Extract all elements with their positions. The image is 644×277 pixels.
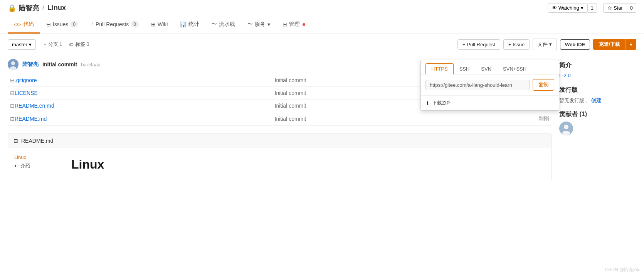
branch-count-label[interactable]: 分支 1 <box>48 41 62 48</box>
tab-wiki[interactable]: ⊞ Wiki <box>145 17 174 33</box>
clone-tab-https[interactable]: HTTPS <box>425 63 454 74</box>
services-icon: 〜 <box>247 21 253 28</box>
repo-name[interactable]: Linux <box>47 4 66 12</box>
tab-issues[interactable]: ⊟ Issues 0 <box>40 17 84 33</box>
repo-title: 🔒 陆智亮 / Linux <box>8 3 66 13</box>
no-release-text: 暂无发行版， <box>559 98 589 103</box>
file-icon: ⊟ <box>10 116 15 122</box>
watch-button[interactable]: 👁 Watching ▾ <box>548 3 588 13</box>
file-name[interactable]: LICENSE <box>15 90 38 96</box>
top-actions: 👁 Watching ▾ 1 ☆ Star 0 <box>548 3 636 13</box>
issues-icon: ⊟ <box>46 21 51 27</box>
intro-section: 简介 L-2.0 <box>559 61 636 78</box>
pipeline-icon: 〜 <box>212 21 217 28</box>
clone-button[interactable]: 克隆/下载 <box>593 39 626 50</box>
tab-pipeline-label: 流水线 <box>219 21 235 28</box>
branch-name: master <box>12 42 27 47</box>
author-avatar <box>8 59 18 70</box>
copy-button[interactable]: 复制 <box>533 79 554 91</box>
issue-button[interactable]: + Issue <box>503 39 530 50</box>
slash: / <box>42 4 44 12</box>
top-header: 🔒 陆智亮 / Linux 👁 Watching ▾ 1 ☆ Star 0 <box>0 0 644 16</box>
create-release-link[interactable]: 创建 <box>591 97 602 103</box>
contributors-section: 贡献者 (1) <box>559 110 636 137</box>
admin-icon: ⊟ <box>282 21 287 27</box>
pull-request-button[interactable]: + Pull Request <box>457 39 500 50</box>
branch-fork-icon: ⑃ <box>44 42 47 47</box>
readme-main-title: Linux <box>71 157 542 172</box>
clone-tab-svnssh[interactable]: SVN+SSH <box>497 63 532 74</box>
tab-services[interactable]: 〜 服务 ▾ <box>241 16 276 34</box>
tag-count-label[interactable]: 标签 0 <box>75 41 89 48</box>
clone-url-row: 复制 <box>421 74 559 95</box>
file-name[interactable]: .gitignore <box>15 77 37 83</box>
svg-point-5 <box>562 131 570 135</box>
download-icon: ⬇ <box>425 100 430 106</box>
clone-url-input[interactable] <box>425 80 530 90</box>
clone-tab-svn[interactable]: SVN <box>475 63 497 74</box>
star-count[interactable]: 0 <box>627 3 636 13</box>
file-commit: Initial commit <box>272 112 468 126</box>
branch-selector[interactable]: master ▾ <box>8 39 36 50</box>
tag-count: 🏷 标签 0 <box>69 41 89 48</box>
contributor-avatar[interactable] <box>559 122 573 135</box>
file-icon: ⊟ <box>10 103 15 109</box>
file-label: 文件 <box>538 41 548 47</box>
releases-section: 发行版 暂无发行版， 创建 <box>559 86 636 104</box>
tab-stats-label: 统计 <box>188 21 199 28</box>
user-name[interactable]: 陆智亮 <box>18 3 39 13</box>
tag-icon: 🏷 <box>69 42 74 47</box>
dropdown-arrow-icon: ▾ <box>581 5 583 11</box>
tab-pull-requests[interactable]: ⑃ Pull Requests 0 <box>84 17 145 33</box>
tab-stats[interactable]: 📊 统计 <box>174 16 205 34</box>
file-icon: ⊟ <box>10 90 15 96</box>
tab-code[interactable]: </> 代码 <box>8 16 40 34</box>
download-zip-btn[interactable]: ⬇ 下载ZIP <box>421 95 559 110</box>
tab-pr-label: Pull Requests <box>96 21 129 27</box>
readme-toc: Linux 介绍 <box>8 148 62 181</box>
star-icon: ☆ <box>607 5 612 11</box>
tab-services-label: 服务 <box>255 21 266 28</box>
branch-dropdown-icon: ▾ <box>29 42 32 47</box>
nav-tabs: </> 代码 ⊟ Issues 0 ⑃ Pull Requests 0 ⊞ Wi… <box>0 16 644 34</box>
clone-tab-ssh[interactable]: SSH <box>454 63 476 74</box>
tab-pipeline[interactable]: 〜 流水线 <box>205 16 241 34</box>
toc-item-intro[interactable]: 介绍 <box>20 162 55 169</box>
download-zip-label: 下载ZIP <box>432 100 450 106</box>
star-button[interactable]: ☆ Star <box>603 3 627 13</box>
web-ide-button[interactable]: Web IDE <box>560 39 590 50</box>
star-group: ☆ Star 0 <box>600 3 636 13</box>
branch-info: ⑃ 分支 1 🏷 标签 0 <box>44 41 89 48</box>
sidebar: 简介 L-2.0 发行版 暂无发行版， 创建 贡献者 (1) <box>559 55 636 181</box>
file-button[interactable]: 文件 ▾ <box>533 39 557 50</box>
pr-badge: 0 <box>131 21 139 27</box>
tab-admin[interactable]: ⊟ 管理 <box>276 16 311 34</box>
tab-wiki-label: Wiki <box>158 21 168 27</box>
commit-author[interactable]: 陆智亮 <box>22 61 39 68</box>
star-label: Star <box>614 5 623 11</box>
tab-code-label: 代码 <box>23 21 34 28</box>
clone-dropdown-button[interactable]: ▾ <box>626 39 636 50</box>
watch-count[interactable]: 1 <box>588 3 597 13</box>
readme-title: README.md <box>21 138 53 144</box>
file-time: 刚刚 <box>468 112 552 126</box>
commit-message[interactable]: Initial commit <box>42 61 77 68</box>
branch-count: ⑃ 分支 1 <box>44 41 62 48</box>
readme-body: Linux 介绍 Linux <box>8 148 551 181</box>
wiki-icon: ⊞ <box>151 21 156 27</box>
clone-tabs: HTTPS SSH SVN SVN+SSH <box>421 60 559 74</box>
toolbar: master ▾ ⑃ 分支 1 🏷 标签 0 + Pull Request + … <box>0 34 644 55</box>
license-badge[interactable]: L-2.0 <box>559 73 636 78</box>
commit-hash[interactable]: bae8aaa <box>81 62 101 68</box>
file-icon: ⊟ <box>10 77 15 83</box>
readme-file-icon: ⊟ <box>13 138 18 144</box>
file-name[interactable]: README.en.md <box>15 103 54 109</box>
file-name[interactable]: README.md <box>15 116 47 122</box>
intro-title: 简介 <box>559 61 636 69</box>
readme-section: ⊟ README.md Linux 介绍 Linux <box>8 133 552 181</box>
readme-content: Linux <box>62 148 551 181</box>
toc-item-linux[interactable]: Linux <box>14 154 55 160</box>
watch-group: 👁 Watching ▾ 1 <box>548 3 597 13</box>
clone-btn-group: 克隆/下载 ▾ <box>593 39 636 50</box>
tab-admin-label: 管理 <box>289 21 300 28</box>
